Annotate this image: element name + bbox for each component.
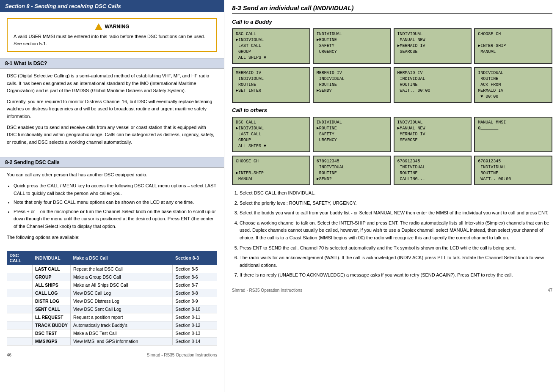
lcd-others-2-4: 678912345 INDIVIDUAL ROUTINE WAIT.. 00:0…: [474, 156, 552, 185]
instruction-list: Select DSC CALL then INDIVIDUAL. Select …: [240, 189, 552, 279]
brand-left: Simrad - RS35 Operation Instructions: [147, 353, 217, 357]
lcd-buddy-2-1: MERMAID IV INDIVIDUAL ROUTINE ►SET INTER: [232, 67, 310, 103]
table-header-category: DSC CALL: [7, 251, 33, 265]
table-row: LL REQUESTRequest a position reportSecti…: [7, 313, 217, 321]
lcd-buddy-1-4: CHOOSE CH ►INTER-SHIP MANUAL: [474, 28, 552, 64]
table-row: DISTR LOGView DSC Distress LogSection 8-…: [7, 297, 217, 305]
subsection1-header: 8-1 What is DSC?: [0, 58, 224, 69]
instruction-5: Press ENT to SEND the call. Channel 70 i…: [240, 244, 552, 252]
lcd-others-2-2: 678912345 INDIVIDUAL ROUTINE ►SEND?: [313, 156, 391, 185]
warning-title: WARNING: [14, 23, 210, 30]
dsc-table-body: LAST CALLRepeat the last DSC CallSection…: [7, 265, 217, 345]
footer-right: Simrad - RS35 Operation Instructions 47: [232, 286, 552, 293]
right-column: 8-3 Send an individual call (INDIVIDUAL)…: [224, 0, 560, 392]
lcd-others-1-3: INDIVIDUAL ►MANUAL NEW MERMAID IV SEAROS…: [394, 117, 472, 152]
subsection2-body: You can call any other person that has a…: [0, 168, 224, 248]
instruction-2: Select the priority level: ROUTINE, SAFE…: [240, 200, 552, 207]
section-header: Section 8 - Sending and receiving DSC Ca…: [0, 0, 224, 12]
footer-left: 46 Simrad - RS35 Operation Instructions: [0, 350, 224, 360]
lcd-others-2-1: CHOOSE CH ►INTER-SHIP MANUAL: [232, 156, 310, 185]
page-number-left: 46: [7, 353, 11, 357]
lcd-row-others-1: DSC CALL ►INDIVIDUAL LAST CALL GROUP ALL…: [232, 117, 552, 152]
subsection1-body: DSC (Digital Selective Calling) is a sem…: [0, 69, 224, 153]
instruction-4: Choose a working channel to talk on. Sel…: [240, 219, 552, 242]
lcd-buddy-2-2: MERMAID IV INDIVIDUAL ROUTINE ►SEND?: [313, 67, 391, 103]
lcd-row-buddy-1: DSC CALL ►INDIVIDUAL LAST CALL GROUP ALL…: [232, 28, 552, 64]
page-number-right: 47: [548, 288, 552, 293]
page-title: 8-3 Send an individual call (INDIVIDUAL): [232, 4, 552, 14]
instruction-6: The radio waits for an acknowledgement (…: [240, 254, 552, 269]
warning-text: A valid USER MMSI must be entered into t…: [14, 33, 210, 47]
instructions: Select DSC CALL then INDIVIDUAL. Select …: [232, 189, 552, 279]
warning-triangle-icon: [95, 23, 102, 30]
table-row: GROUPMake a Group DSC CallSection 8-6: [7, 273, 217, 281]
table-row: TRACK BUDDYAutomatically track Buddy'sSe…: [7, 321, 217, 329]
lcd-others-2-3: 678912345 INDIVIDUAL ROUTINE CALLING...: [394, 156, 472, 185]
table-row: LAST CALLRepeat the last DSC CallSection…: [7, 265, 217, 273]
lcd-buddy-1-1: DSC CALL ►INDIVIDUAL LAST CALL GROUP ALL…: [232, 28, 310, 64]
warning-box: WARNING A valid USER MMSI must be entere…: [7, 18, 217, 52]
warning-label: WARNING: [105, 24, 130, 30]
brand-right: Simrad - RS35 Operation Instructions: [232, 288, 302, 293]
subsection2-bullets: Quick press the CALL / MENU key to acces…: [14, 182, 217, 230]
instruction-7: If there is no reply (UNABLE TO ACKNOWLE…: [240, 271, 552, 279]
lcd-row-others-2: CHOOSE CH ►INTER-SHIP MANUAL 678912345 I…: [232, 156, 552, 185]
table-row: MMSI/GPSView MMSI and GPS informationSec…: [7, 337, 217, 345]
table-header-section: Section 8-3: [173, 251, 217, 265]
table-row: ALL SHIPSMake an All Ships DSC CallSecti…: [7, 281, 217, 289]
call-buddy-title: Call to a Buddy: [232, 19, 552, 25]
subsection2-header: 8-2 Sending DSC Calls: [0, 157, 224, 168]
call-others-title: Call to others: [232, 107, 552, 113]
table-header-option: INDIVIDUAL: [33, 251, 71, 265]
lcd-row-buddy-2: MERMAID IV INDIVIDUAL ROUTINE ►SET INTER…: [232, 67, 552, 103]
instruction-1: Select DSC CALL then INDIVIDUAL.: [240, 189, 552, 197]
table-header-description: Make a DSC Call: [71, 251, 173, 265]
lcd-others-1-4: MANUAL MMSI 0_______: [474, 117, 552, 152]
table-row: CALL LOGView DSC Call LogSection 8-8: [7, 289, 217, 297]
dsc-call-table: DSC CALL INDIVIDUAL Make a DSC Call Sect…: [7, 251, 217, 345]
lcd-buddy-2-3: MERMAID IV INDIVIDUAL ROUTINE WAIT.. 00:…: [394, 67, 472, 103]
table-row: SENT CALLView DSC Sent Call LogSection 8…: [7, 305, 217, 313]
lcd-buddy-1-2: INDIVIDUAL ►ROUTINE SAFETY URGENCY: [313, 28, 391, 64]
lcd-buddy-1-3: INDIVIDUAL MANUAL NEW ►MERMAID IV SEAROS…: [394, 28, 472, 64]
section-header-text: Section 8 - Sending and receiving DSC Ca…: [5, 3, 121, 9]
lcd-others-1-1: DSC CALL ►INDIVIDUAL LAST CALL GROUP ALL…: [232, 117, 310, 152]
left-column: Section 8 - Sending and receiving DSC Ca…: [0, 0, 224, 392]
table-row: DSC TESTMake a DSC Test CallSection 8-13: [7, 329, 217, 337]
lcd-buddy-2-4: INDIVIDUAL ROUTINE ACK FROM MERMAID IV ▼…: [474, 67, 552, 103]
lcd-others-1-2: INDIVIDUAL ►ROUTINE SAFETY URGENCY: [313, 117, 391, 152]
instruction-3: Select the buddy you want to call from y…: [240, 209, 552, 217]
